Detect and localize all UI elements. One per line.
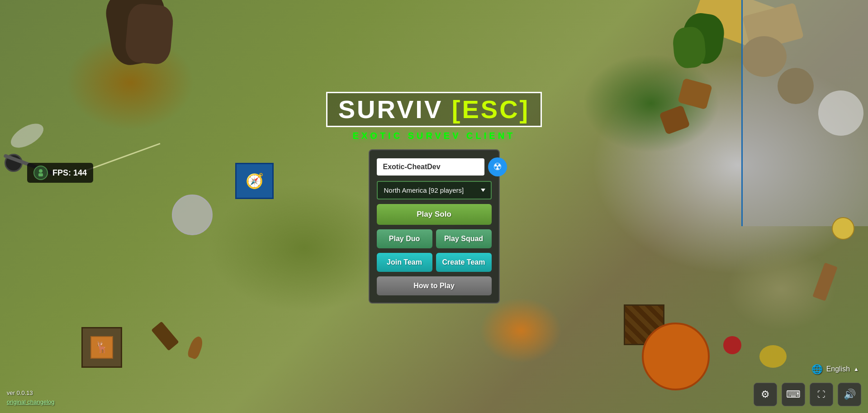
logo-box: SURVIV [ESC] xyxy=(326,92,542,127)
menu-overlay: SURVIV [ESC] EXOTIC SURVEV CLIENT ☢ Nort… xyxy=(0,0,868,413)
username-input[interactable] xyxy=(377,158,484,176)
join-team-button[interactable]: Join Team xyxy=(377,253,432,272)
create-team-button[interactable]: Create Team xyxy=(436,253,492,272)
region-select[interactable]: North America [92 players] Europe [45 pl… xyxy=(377,181,492,199)
play-duo-button[interactable]: Play Duo xyxy=(377,229,432,248)
play-row: Play Duo Play Squad xyxy=(377,229,492,248)
logo-surviv: SURVIV xyxy=(338,95,443,123)
logo-esc: [ESC] xyxy=(452,95,530,123)
play-solo-button[interactable]: Play Solo xyxy=(377,204,492,225)
team-row: Join Team Create Team xyxy=(377,253,492,272)
username-row: ☢ xyxy=(377,157,492,176)
menu-panel: ☢ North America [92 players] Europe [45 … xyxy=(369,149,500,304)
logo-subtitle: EXOTIC SURVEV CLIENT xyxy=(326,131,542,141)
nuclear-button[interactable]: ☢ xyxy=(488,157,507,176)
logo-container: SURVIV [ESC] EXOTIC SURVEV CLIENT xyxy=(326,92,542,141)
how-to-play-button[interactable]: How to Play xyxy=(377,276,492,295)
play-squad-button[interactable]: Play Squad xyxy=(436,229,492,248)
logo-text: SURVIV [ESC] xyxy=(338,97,530,122)
